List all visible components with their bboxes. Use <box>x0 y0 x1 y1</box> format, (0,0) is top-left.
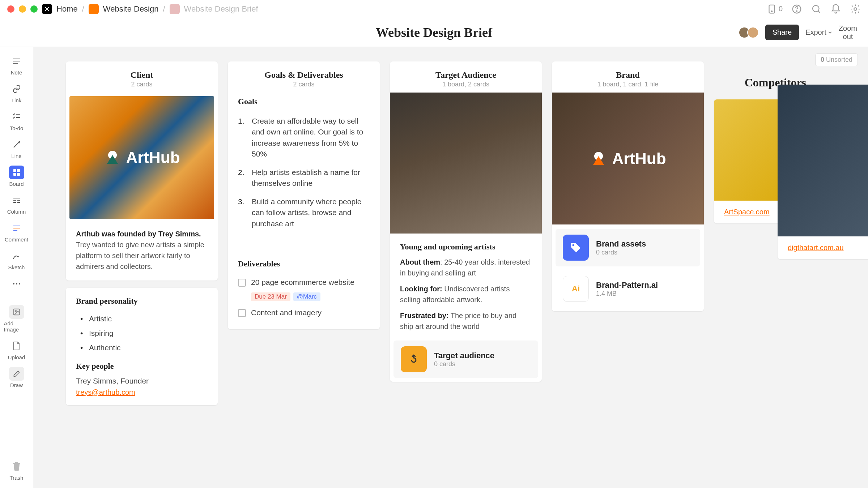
collaborator-avatars[interactable] <box>739 27 759 38</box>
competitor-card[interactable]: digthatart.com.au <box>778 85 868 259</box>
inbox-button[interactable]: 0 <box>766 4 783 14</box>
sidebar-tool-comment[interactable]: Comment <box>4 219 29 245</box>
svg-point-23 <box>13 283 14 284</box>
zoom-out-button[interactable]: Zoom out <box>839 24 857 41</box>
competitor-link[interactable]: ArtSpace.com <box>724 208 770 216</box>
sidebar-tool-note[interactable]: Note <box>4 52 29 78</box>
column-subtitle: 1 board, 2 cards <box>390 81 542 88</box>
column-audience[interactable]: Target Audience 1 board, 2 cards Young a… <box>390 61 542 474</box>
file-type-label: Ai <box>572 284 580 294</box>
email-link[interactable]: treys@arthub.com <box>76 388 135 396</box>
folder-icon[interactable] <box>89 4 99 14</box>
comment-icon <box>9 221 24 235</box>
column-title[interactable]: Goals & Deliverables <box>228 70 380 80</box>
todo-icon <box>9 110 24 124</box>
client-founded-rest: Trey wanted to give new artists a simple… <box>76 241 204 270</box>
line-icon <box>9 138 24 151</box>
page-title[interactable]: Website Design Brief <box>119 25 749 40</box>
home-icon[interactable] <box>42 4 52 14</box>
column-competitors[interactable]: Competitors ArtSpace.com digthatart.com.… <box>714 61 837 474</box>
linked-subtitle: 0 cards <box>434 360 494 368</box>
share-button[interactable]: Share <box>765 25 799 40</box>
target-icon <box>401 346 427 372</box>
inbox-icon <box>766 4 777 14</box>
list-item: Ispiring <box>79 326 208 341</box>
svg-point-5 <box>854 8 857 10</box>
note-icon <box>9 54 24 68</box>
breadcrumb-separator: / <box>163 4 165 14</box>
svg-rect-28 <box>13 463 20 464</box>
column-title[interactable]: Client <box>66 70 218 80</box>
brand-image[interactable]: ArtHub <box>552 93 704 224</box>
sidebar-tool-add-image[interactable]: Add Image <box>4 303 29 335</box>
maximize-window-button[interactable] <box>30 5 38 13</box>
board-icon <box>9 166 24 179</box>
page-header: Website Design Brief Share Export Zoom o… <box>0 18 868 47</box>
column-title[interactable]: Target Audience <box>390 70 542 80</box>
inbox-count: 0 <box>779 5 783 13</box>
sidebar-item-label: Trash <box>10 475 24 481</box>
chevron-down-icon <box>828 30 832 35</box>
deliverable-item[interactable]: Content and imagery <box>238 305 370 321</box>
persona-card[interactable]: Young and upcoming artists About them: 2… <box>390 234 542 341</box>
checkbox[interactable] <box>238 309 246 317</box>
due-date-tag[interactable]: Due 23 Mar <box>251 292 290 301</box>
column-title[interactable]: Brand <box>552 70 704 80</box>
breadcrumb-parent[interactable]: Website Design <box>103 4 159 14</box>
sidebar-tool-more[interactable] <box>4 275 29 293</box>
search-icon[interactable] <box>811 4 822 14</box>
file-card[interactable]: Ai Brand-Pattern.ai 1.4 MB <box>556 270 700 308</box>
list-item: Build a community where people can follo… <box>238 193 370 233</box>
linked-subtitle: 0 cards <box>596 249 646 256</box>
help-icon[interactable] <box>791 4 802 14</box>
deliverable-item[interactable]: 20 page ecommmerce website <box>238 274 370 290</box>
deliverables-card[interactable]: Deliverables 20 page ecommmerce website … <box>228 251 380 329</box>
titlebar: Home / Website Design / Website Design B… <box>0 0 868 18</box>
sidebar-tool-column[interactable]: Column <box>4 191 29 217</box>
brand-personality-card[interactable]: Brand personality Artistic Ispiring Auth… <box>66 288 218 405</box>
column-icon <box>9 193 24 207</box>
goals-card[interactable]: Goals Create an affordable way to sell a… <box>228 93 380 241</box>
gear-icon[interactable] <box>850 4 861 14</box>
board-canvas[interactable]: 0 Unsorted Client 2 cards ArtHub Arthub … <box>33 47 868 488</box>
tool-sidebar: Note Link To-do Line Board Column Commen… <box>0 47 33 488</box>
sidebar-trash[interactable]: Trash <box>4 457 29 483</box>
client-logo-image[interactable]: ArtHub <box>69 96 214 219</box>
breadcrumb-home[interactable]: Home <box>56 4 78 14</box>
sidebar-tool-todo[interactable]: To-do <box>4 108 29 133</box>
audience-image[interactable] <box>390 93 542 234</box>
mention-tag[interactable]: @Marc <box>293 292 320 301</box>
column-subtitle: 2 cards <box>66 81 218 88</box>
checkbox[interactable] <box>238 279 246 287</box>
column-client[interactable]: Client 2 cards ArtHub Arthub was founded… <box>66 61 218 474</box>
sidebar-item-label: Board <box>9 181 24 187</box>
svg-point-4 <box>813 5 819 12</box>
linked-board-card[interactable]: Target audience 0 cards <box>393 341 538 378</box>
board-icon <box>170 4 180 14</box>
sidebar-tool-draw[interactable]: Draw <box>4 365 29 390</box>
sidebar-tool-line[interactable]: Line <box>4 136 29 161</box>
svg-rect-29 <box>15 462 18 463</box>
section-title: Deliverables <box>238 259 370 269</box>
sidebar-tool-link[interactable]: Link <box>4 80 29 106</box>
column-goals[interactable]: Goals & Deliverables 2 cards Goals Creat… <box>228 61 380 474</box>
linked-board-card[interactable]: Brand assets 0 cards <box>556 229 700 266</box>
sidebar-item-label: Column <box>7 209 26 215</box>
minimize-window-button[interactable] <box>19 5 26 13</box>
sidebar-tool-board[interactable]: Board <box>4 163 29 189</box>
column-brand[interactable]: Brand 1 board, 1 card, 1 file ArtHub Bra… <box>552 61 704 474</box>
sidebar-tool-sketch[interactable]: Sketch <box>4 247 29 273</box>
svg-point-27 <box>15 310 16 312</box>
avatar[interactable] <box>747 27 759 38</box>
linked-title: Target audience <box>434 351 494 360</box>
svg-point-1 <box>771 11 773 12</box>
bell-icon[interactable] <box>830 4 841 14</box>
image-icon <box>9 305 24 319</box>
close-window-button[interactable] <box>7 5 14 13</box>
tag-icon <box>563 235 589 261</box>
arthub-logo: ArtHub <box>103 149 180 167</box>
export-button[interactable]: Export <box>805 28 832 37</box>
sidebar-tool-upload[interactable]: Upload <box>4 337 29 363</box>
client-description[interactable]: Arthub was founded by Trey Simms. Trey w… <box>66 223 218 281</box>
competitor-link[interactable]: digthatart.com.au <box>788 244 844 252</box>
